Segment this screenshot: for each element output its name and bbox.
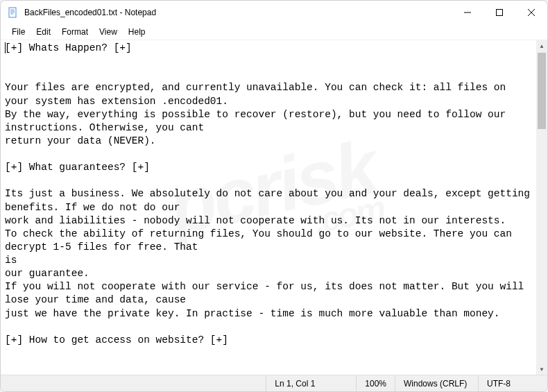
editor-area: [+] Whats Happen? [+] Your files are enc… [1, 40, 547, 375]
scroll-down-arrow[interactable]: ▼ [536, 364, 547, 375]
notepad-icon [8, 7, 19, 18]
scroll-up-arrow[interactable]: ▲ [536, 40, 547, 51]
vertical-scrollbar[interactable]: ▲ ▼ [536, 40, 547, 375]
menu-format[interactable]: Format [56, 25, 94, 39]
notepad-window: BackFiles_encoded01.txt - Notepad File E… [0, 0, 548, 392]
maximize-button[interactable] [483, 1, 515, 24]
status-encoding: UTF-8 [478, 375, 547, 391]
menu-edit[interactable]: Edit [31, 25, 56, 39]
status-zoom: 100% [356, 375, 395, 391]
menu-help[interactable]: Help [123, 25, 151, 39]
titlebar: BackFiles_encoded01.txt - Notepad [1, 1, 547, 24]
editor-content: [+] Whats Happen? [+] Your files are enc… [5, 42, 536, 346]
scrollbar-thumb[interactable] [538, 53, 546, 129]
status-lineending: Windows (CRLF) [395, 375, 478, 391]
menu-file[interactable]: File [6, 25, 31, 39]
text-editor[interactable]: [+] Whats Happen? [+] Your files are enc… [1, 40, 536, 375]
window-title: BackFiles_encoded01.txt - Notepad [24, 8, 452, 17]
statusbar: Ln 1, Col 1 100% Windows (CRLF) UTF-8 [1, 375, 547, 391]
minimize-button[interactable] [452, 1, 483, 24]
menubar: File Edit Format View Help [1, 24, 547, 40]
status-position: Ln 1, Col 1 [266, 375, 356, 391]
menu-view[interactable]: View [94, 25, 123, 39]
close-button[interactable] [515, 1, 547, 24]
svg-rect-6 [497, 10, 503, 16]
window-controls [452, 1, 547, 24]
